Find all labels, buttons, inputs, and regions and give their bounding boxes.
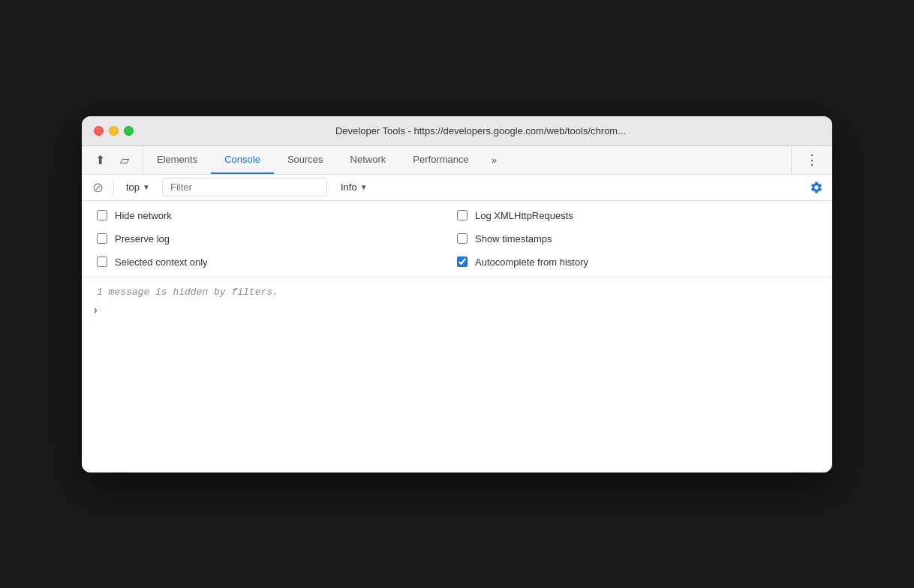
console-content: 1 message is hidden by filters. › — [82, 278, 832, 472]
cursor-icon: ⬆ — [95, 153, 105, 167]
log-xmlhttp-item[interactable]: Log XMLHttpRequests — [457, 210, 817, 221]
level-selector[interactable]: Info ▼ — [333, 179, 375, 195]
show-timestamps-label: Show timestamps — [475, 233, 552, 244]
window-title: Developer Tools - https://developers.goo… — [141, 125, 820, 136]
hide-network-label: Hide network — [115, 210, 172, 221]
context-label: top — [126, 182, 140, 193]
tab-more[interactable]: » — [483, 146, 506, 174]
autocomplete-history-label: Autocomplete from history — [475, 256, 588, 268]
show-timestamps-item[interactable]: Show timestamps — [457, 233, 817, 244]
device-toggle-button[interactable]: ▱ — [116, 148, 134, 172]
console-prompt-row: › — [82, 301, 832, 319]
menu-dots-button[interactable]: ⋮ — [801, 148, 823, 171]
tab-elements[interactable]: Elements — [143, 146, 211, 174]
level-dropdown-arrow: ▼ — [360, 183, 368, 191]
settings-col-left: Hide network Preserve log Selected conte… — [97, 210, 457, 268]
selected-context-item[interactable]: Selected context only — [97, 256, 457, 268]
tab-performance[interactable]: Performance — [399, 146, 482, 174]
level-label: Info — [341, 182, 357, 193]
toolbar-icons: ⬆ ▱ — [82, 146, 143, 174]
settings-panel: Hide network Preserve log Selected conte… — [82, 201, 832, 278]
filter-input[interactable] — [162, 178, 327, 196]
context-selector[interactable]: top ▼ — [120, 179, 156, 195]
settings-col-right: Log XMLHttpRequests Show timestamps Auto… — [457, 210, 817, 268]
hide-network-checkbox[interactable] — [97, 210, 107, 220]
selected-context-checkbox[interactable] — [97, 256, 107, 267]
minimize-button[interactable] — [109, 126, 119, 136]
traffic-lights — [94, 126, 134, 136]
devtools-window: Developer Tools - https://developers.goo… — [82, 116, 832, 472]
preserve-log-checkbox[interactable] — [97, 233, 107, 244]
log-xmlhttp-checkbox[interactable] — [457, 210, 468, 220]
tabs-container: Elements Console Sources Network Perform… — [143, 146, 791, 174]
autocomplete-history-item[interactable]: Autocomplete from history — [457, 256, 817, 268]
hidden-message: 1 message is hidden by filters. — [82, 284, 832, 301]
gear-icon — [810, 181, 823, 194]
maximize-button[interactable] — [124, 126, 134, 136]
hide-network-item[interactable]: Hide network — [97, 210, 457, 221]
console-toolbar: ⊘ top ▼ Info ▼ — [82, 175, 832, 201]
title-bar: Developer Tools - https://developers.goo… — [82, 116, 832, 146]
clear-console-button[interactable]: ⊘ — [88, 178, 107, 197]
preserve-log-label: Preserve log — [115, 233, 170, 244]
preserve-log-item[interactable]: Preserve log — [97, 233, 457, 244]
context-dropdown-arrow: ▼ — [143, 183, 150, 191]
tab-network[interactable]: Network — [337, 146, 400, 174]
tab-sources[interactable]: Sources — [274, 146, 337, 174]
inspect-element-button[interactable]: ⬆ — [91, 148, 110, 172]
divider — [113, 179, 114, 196]
log-xmlhttp-label: Log XMLHttpRequests — [475, 210, 573, 221]
settings-row: Hide network Preserve log Selected conte… — [97, 210, 817, 268]
close-button[interactable] — [94, 126, 104, 136]
no-entry-icon: ⊘ — [92, 179, 104, 196]
console-chevron[interactable]: › — [88, 304, 104, 316]
tab-console[interactable]: Console — [211, 146, 274, 174]
show-timestamps-checkbox[interactable] — [457, 233, 468, 244]
toolbar: ⬆ ▱ Elements Console Sources Network Per… — [82, 146, 832, 175]
settings-gear-button[interactable] — [807, 178, 826, 197]
autocomplete-history-checkbox[interactable] — [457, 256, 468, 267]
selected-context-label: Selected context only — [115, 256, 208, 268]
device-icon: ▱ — [120, 153, 129, 167]
toolbar-menu: ⋮ — [791, 146, 832, 174]
